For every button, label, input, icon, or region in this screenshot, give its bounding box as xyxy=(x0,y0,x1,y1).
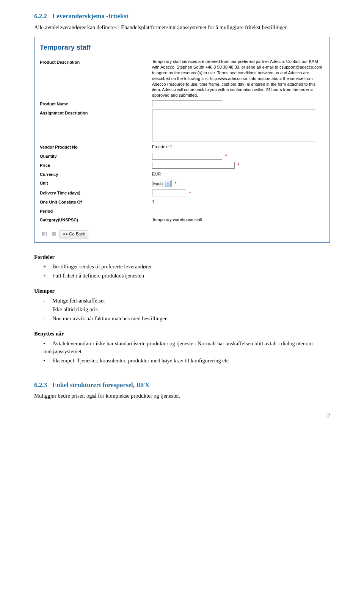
section-number: 6.2.2 xyxy=(34,13,47,20)
chevron-down-icon: ▾ xyxy=(165,181,171,187)
list-item: Avtaleleverandører ikke har standardiser… xyxy=(43,340,330,356)
benyttes-block: Benyttes når Avtaleleverandører ikke har… xyxy=(34,330,330,365)
row-one-unit-consists-of: One Unit Consists Of 1 xyxy=(38,199,326,205)
list-item: Eksempel: Tjenester, konsulenter, produk… xyxy=(43,357,330,365)
price-field[interactable] xyxy=(152,162,235,169)
section-heading-622: 6.2.2Leverandørskjema -fritekst xyxy=(34,11,330,21)
align-left-icon[interactable] xyxy=(40,230,48,238)
list-item: Noe mer avvik når faktura matches med be… xyxy=(52,315,330,323)
row-currency: Currency EUR xyxy=(38,171,326,178)
row-vendor-product-no: Vendor Product No Free-text 1 xyxy=(38,144,326,150)
ulemper-heading: Ulemper xyxy=(34,287,330,295)
label-category: Category(UNSPSC) xyxy=(38,216,152,223)
benyttes-list: Avtaleleverandører ikke har standardiser… xyxy=(34,340,330,365)
page-number: 12 xyxy=(34,412,330,420)
delivery-time-field[interactable] xyxy=(152,190,186,196)
fordeler-heading: Fordeler xyxy=(34,253,330,262)
label-price: Price xyxy=(38,162,152,169)
row-product-description: Product Description Temporary staff serv… xyxy=(38,59,326,98)
label-product-name: Product Name xyxy=(38,100,152,107)
product-name-field[interactable] xyxy=(152,100,222,107)
section-title: Leverandørskjema -fritekst xyxy=(52,13,129,20)
list-item: Full frihet i å definere produktet/tjene… xyxy=(52,272,330,280)
value-category: Temporary warehouse staff xyxy=(152,216,326,223)
required-mark: * xyxy=(238,162,239,168)
section-body-623: Muliggjør bedre priser, også for komplek… xyxy=(34,392,330,400)
value-product-description: Temporary staff services are ordered fro… xyxy=(152,59,323,98)
label-unit: Unit xyxy=(38,180,152,187)
section-number: 6.2.3 xyxy=(34,381,47,389)
fordeler-block: Fordeler Bestillinger sendes til prefere… xyxy=(34,253,330,280)
label-currency: Currency xyxy=(38,171,152,178)
list-item: Ikke alltid riktig pris xyxy=(52,306,330,314)
row-assignment-description: Assignment Description xyxy=(38,110,326,141)
section-title: Enkel strukturert forespørsel, RFX xyxy=(52,381,149,389)
row-quantity: Quantity * xyxy=(38,153,326,160)
list-item: Mulige feil-anskaffelser xyxy=(52,297,330,305)
form-footer: << Go Back xyxy=(38,230,326,238)
label-delivery-time: Delivery Time (days) xyxy=(38,190,152,196)
align-justify-icon[interactable] xyxy=(50,230,58,238)
form-temporary-staff: Temporary staff Product Description Temp… xyxy=(34,37,330,242)
value-one-unit-consists-of: 1 xyxy=(152,199,326,205)
benyttes-heading: Benyttes når xyxy=(34,330,330,338)
go-back-label: << Go Back xyxy=(63,231,85,237)
row-period: Period xyxy=(38,208,326,215)
label-quantity: Quantity xyxy=(38,153,152,160)
value-currency: EUR xyxy=(152,171,326,177)
fordeler-list: Bestillinger sendes til prefererte lever… xyxy=(34,263,330,280)
quantity-field[interactable] xyxy=(152,153,222,160)
row-unit: Unit Each ▾ * xyxy=(38,180,326,187)
label-assignment-description: Assignment Description xyxy=(38,110,152,116)
label-period: Period xyxy=(38,208,152,215)
row-category: Category(UNSPSC) Temporary warehouse sta… xyxy=(38,216,326,223)
ulemper-block: Ulemper Mulige feil-anskaffelser Ikke al… xyxy=(34,287,330,323)
required-mark: * xyxy=(175,180,176,187)
required-mark: * xyxy=(189,190,191,196)
row-price: Price * xyxy=(38,162,326,169)
required-mark: * xyxy=(225,153,227,159)
value-vendor-product-no: Free-text 1 xyxy=(152,144,326,150)
ulemper-list: Mulige feil-anskaffelser Ikke alltid rik… xyxy=(34,297,330,323)
section-heading-623: 6.2.3Enkel strukturert forespørsel, RFX xyxy=(34,380,330,390)
go-back-button[interactable]: << Go Back xyxy=(60,230,88,238)
label-one-unit-consists-of: One Unit Consists Of xyxy=(38,199,152,205)
row-product-name: Product Name xyxy=(38,100,326,107)
list-item: Bestillinger sendes til prefererte lever… xyxy=(52,263,330,271)
form-title: Temporary staff xyxy=(40,42,326,53)
row-delivery-time: Delivery Time (days) * xyxy=(38,190,326,196)
unit-select-value: Each xyxy=(153,180,163,187)
section-body-622: Alle avtaleleverandører kan defineres i … xyxy=(34,24,330,32)
label-product-description: Product Description xyxy=(38,59,152,66)
unit-select[interactable]: Each ▾ xyxy=(152,180,172,187)
assignment-description-field[interactable] xyxy=(152,110,315,141)
label-vendor-product-no: Vendor Product No xyxy=(38,144,152,150)
